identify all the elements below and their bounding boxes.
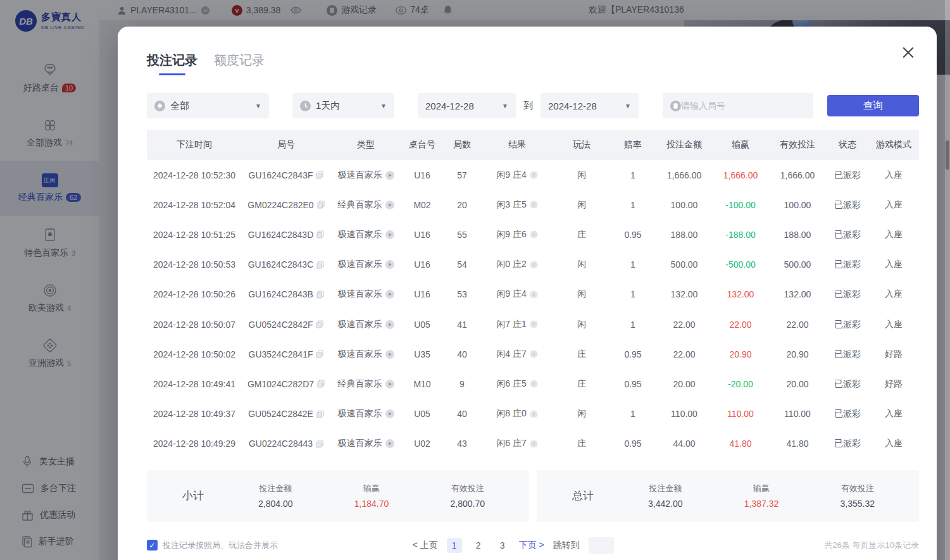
jump-label: 跳转到 (553, 540, 580, 551)
info-icon[interactable]: i (530, 261, 538, 269)
play-icon[interactable] (385, 260, 394, 269)
play-icon[interactable] (385, 409, 394, 418)
clock-icon (300, 101, 311, 111)
filter-bar: 全部 ▼ 1天内 ▼ 2024-12-28 ▼ 到 2024-12-28 ▼ 查… (147, 93, 919, 118)
column-header: 游戏模式 (868, 139, 919, 151)
info-icon[interactable]: i (530, 380, 538, 388)
page-button-1[interactable]: 1 (447, 538, 462, 553)
copy-icon[interactable] (317, 380, 325, 388)
play-icon[interactable] (385, 201, 394, 209)
column-header: 结果 (481, 139, 553, 151)
column-header: 桌台号 (401, 139, 443, 151)
total-box: 总计 投注金额3,442.00 输赢1,387.32 有效投注3,355.32 (537, 470, 919, 522)
table-row: 2024-12-28 10:50:53 GU1624C2843C 极速百家乐 U… (147, 250, 919, 280)
subtotal-box: 小计 投注金额2,804.00 输赢1,184.70 有效投注2,800.70 (147, 470, 529, 522)
subtotal-win: 1,184.70 (354, 499, 389, 509)
spade-icon (154, 101, 165, 111)
merge-checkbox-label: 投注记录按照局、玩法合并展示 (163, 540, 278, 551)
info-icon[interactable]: i (530, 230, 538, 239)
copy-icon[interactable] (316, 261, 324, 269)
column-header: 玩法 (553, 139, 610, 151)
round-search-box (663, 93, 813, 118)
date-to-picker[interactable]: 2024-12-28 ▼ (541, 93, 639, 118)
table-row: 2024-12-28 10:49:29 GU0224C28443 极速百家乐 U… (147, 429, 919, 459)
scrollbar-thumb[interactable] (946, 140, 949, 170)
caret-down-icon: ▼ (493, 103, 508, 109)
column-header: 状态 (827, 139, 868, 151)
copy-icon[interactable] (316, 410, 324, 418)
table-row: 2024-12-28 10:52:30 GU1624C2843F 极速百家乐 U… (147, 160, 919, 190)
column-header: 局号 (242, 139, 330, 151)
summary-section: 小计 投注金额2,804.00 输赢1,184.70 有效投注2,800.70 … (147, 470, 919, 522)
column-header: 局数 (443, 139, 481, 151)
table-row: 2024-12-28 10:49:37 GU0524C2842E 极速百家乐 U… (147, 399, 919, 429)
tab-quota-records[interactable]: 额度记录 (214, 52, 265, 75)
page-button-3[interactable]: 3 (495, 538, 510, 553)
records-total-info: 共26条 每页显示10条记录 (824, 540, 919, 551)
copy-icon[interactable] (317, 201, 325, 209)
info-icon[interactable]: i (530, 201, 538, 209)
caret-down-icon: ▼ (372, 103, 387, 109)
subtotal-bet: 2,804.00 (258, 499, 293, 509)
round-search-icon (670, 101, 681, 111)
modal-tabs: 投注记录 额度记录 (147, 52, 919, 75)
total-valid: 3,355.32 (841, 499, 875, 509)
info-icon[interactable]: i (530, 350, 538, 358)
date-from-picker[interactable]: 2024-12-28 ▼ (418, 93, 516, 118)
copy-icon[interactable] (316, 440, 323, 448)
table-row: 2024-12-28 10:49:41 GM1024C282D7 经典百家乐 M… (147, 369, 919, 399)
game-type-value: 全部 (170, 100, 189, 112)
table-row: 2024-12-28 10:50:26 GU1624C2843B 极速百家乐 U… (147, 280, 919, 309)
copy-icon[interactable] (316, 350, 323, 358)
total-win: 1,387.32 (744, 499, 779, 509)
page-scrollbar[interactable] (945, 0, 950, 560)
info-icon[interactable]: i (530, 440, 538, 448)
info-icon[interactable]: i (530, 171, 538, 179)
jump-page-input[interactable] (589, 537, 614, 554)
next-page-button[interactable]: 下页 > (519, 538, 544, 553)
modal-footer: ✓ 投注记录按照局、玩法合并展示 < 上页 1 2 3 下页 > 跳转到 共26… (147, 537, 919, 554)
total-bet: 3,442.00 (648, 499, 683, 509)
pagination: < 上页 1 2 3 下页 > 跳转到 (413, 537, 614, 554)
time-range-value: 1天内 (316, 100, 340, 112)
close-icon[interactable] (900, 44, 916, 61)
caret-down-icon: ▼ (616, 103, 631, 109)
info-icon[interactable]: i (530, 410, 538, 418)
copy-icon[interactable] (316, 171, 323, 179)
tab-bet-records[interactable]: 投注记录 (147, 52, 197, 75)
round-search-input[interactable] (681, 101, 806, 111)
table-row: 2024-12-28 10:50:02 GU3524C2841F 极速百家乐 U… (147, 339, 919, 369)
column-header: 下注时间 (147, 139, 242, 151)
play-icon[interactable] (385, 171, 394, 180)
info-icon[interactable]: i (530, 320, 538, 328)
total-label: 总计 (572, 488, 648, 503)
query-button[interactable]: 查询 (827, 95, 919, 116)
copy-icon[interactable] (316, 320, 323, 328)
subtotal-valid: 2,800.70 (451, 499, 485, 509)
column-header: 有效投注 (768, 139, 827, 151)
copy-icon[interactable] (316, 230, 324, 239)
date-to-label: 到 (523, 100, 533, 112)
table-body: 2024-12-28 10:52:30 GU1624C2843F 极速百家乐 U… (147, 160, 919, 459)
copy-icon[interactable] (316, 290, 324, 299)
caret-down-icon: ▼ (246, 103, 261, 109)
play-icon[interactable] (385, 290, 394, 299)
play-icon[interactable] (385, 380, 394, 389)
time-range-select[interactable]: 1天内 ▼ (292, 93, 394, 118)
subtotal-label: 小计 (182, 488, 258, 503)
table-row: 2024-12-28 10:50:07 GU0524C2842F 极速百家乐 U… (147, 309, 919, 339)
column-header: 投注金额 (656, 139, 713, 151)
play-icon[interactable] (385, 350, 394, 359)
page-button-2[interactable]: 2 (471, 538, 486, 553)
prev-page-button[interactable]: < 上页 (413, 538, 438, 553)
table-row: 2024-12-28 10:51:25 GU1624C2843D 极速百家乐 U… (147, 220, 919, 249)
info-icon[interactable]: i (530, 290, 538, 299)
column-header: 赔率 (610, 139, 656, 151)
play-icon[interactable] (385, 320, 394, 329)
game-type-select[interactable]: 全部 ▼ (147, 93, 269, 118)
date-to-value: 2024-12-28 (548, 101, 597, 111)
play-icon[interactable] (385, 230, 394, 239)
play-icon[interactable] (385, 439, 394, 448)
checkbox-checked-icon[interactable]: ✓ (147, 540, 158, 551)
merge-checkbox-wrap[interactable]: ✓ 投注记录按照局、玩法合并展示 (147, 540, 278, 551)
